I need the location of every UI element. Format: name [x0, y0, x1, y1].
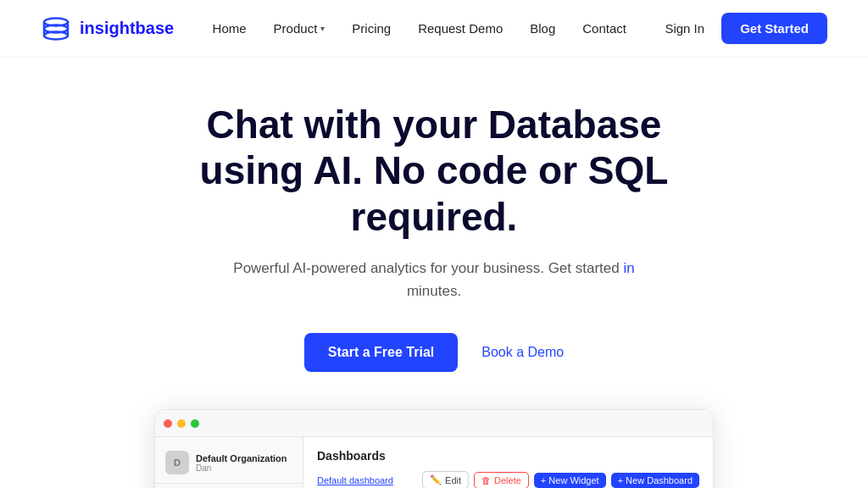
dashboards-title: Dashboards: [317, 449, 386, 463]
window-dot-maximize: [191, 419, 199, 428]
logo-icon: [41, 14, 71, 44]
org-user: Dan: [196, 463, 287, 473]
nav-item-pricing[interactable]: Pricing: [352, 21, 391, 36]
main-nav: Home Product ▾ Pricing Request Demo Blog…: [213, 21, 626, 36]
delete-icon: 🗑: [481, 475, 491, 485]
hero-title: Chat with your Database using AI. No cod…: [171, 102, 697, 240]
nav-item-home[interactable]: Home: [213, 21, 247, 36]
edit-button[interactable]: ✏️ Edit: [422, 471, 469, 488]
panel-actions: ✏️ Edit 🗑 Delete + New Widget + New Dash…: [422, 471, 699, 488]
org-avatar: D: [165, 451, 189, 474]
delete-button[interactable]: 🗑 Delete: [474, 472, 529, 488]
window-dot-minimize: [177, 419, 186, 428]
dashboard-body: D Default Organization Dan 🏠 Home Dashbo…: [155, 437, 713, 488]
product-dropdown-arrow: ▾: [320, 24, 325, 33]
org-name: Default Organization: [196, 453, 287, 463]
main-panel: Dashboards Default dashboard ✏️ Edit 🗑 D…: [303, 437, 713, 488]
window-top-bar: [155, 410, 713, 437]
window-dot-close: [164, 419, 172, 428]
book-demo-button[interactable]: Book a Demo: [481, 345, 564, 360]
hero-subtitle: Powerful AI-powered analytics for your b…: [222, 257, 646, 302]
nav-item-request-demo[interactable]: Request Demo: [418, 21, 503, 36]
header: insightbase Home Product ▾ Pricing Reque…: [0, 0, 868, 58]
nav-item-product[interactable]: Product ▾: [274, 21, 326, 36]
brand-name: insightbase: [80, 19, 174, 38]
default-dashboard-link[interactable]: Default dashboard: [317, 475, 393, 485]
nav-item-contact[interactable]: Contact: [582, 21, 626, 36]
start-trial-button[interactable]: Start a Free Trial: [304, 333, 458, 372]
hero-section: Chat with your Database using AI. No cod…: [0, 58, 868, 402]
header-actions: Sign In Get Started: [665, 13, 827, 44]
dashboard-preview: D Default Organization Dan 🏠 Home Dashbo…: [0, 402, 868, 488]
dashboard-window: D Default Organization Dan 🏠 Home Dashbo…: [154, 409, 714, 488]
logo-area[interactable]: insightbase: [41, 14, 174, 44]
edit-icon: ✏️: [430, 474, 442, 485]
org-selector[interactable]: D Default Organization Dan: [155, 447, 303, 484]
get-started-button[interactable]: Get Started: [721, 13, 827, 44]
sign-in-button[interactable]: Sign In: [665, 21, 704, 36]
new-widget-button[interactable]: + New Widget: [534, 473, 606, 488]
main-panel-header: Dashboards: [317, 449, 699, 463]
app-sidebar: D Default Organization Dan 🏠 Home: [155, 437, 303, 488]
new-dashboard-button[interactable]: + New Dashboard: [611, 473, 699, 488]
nav-item-blog[interactable]: Blog: [530, 21, 555, 36]
hero-buttons: Start a Free Trial Book a Demo: [304, 333, 564, 372]
